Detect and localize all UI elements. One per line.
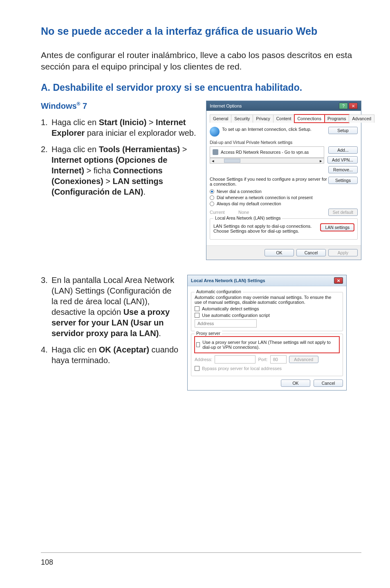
script-address-input[interactable] [195, 319, 257, 328]
proxy-port-label: Port: [258, 357, 267, 362]
auto-detect-label: Automatically detect settings [202, 306, 259, 311]
tab-security[interactable]: Security [231, 114, 253, 123]
checkbox-icon [195, 313, 199, 318]
radio-always-label: Always dial my default connection [217, 201, 281, 206]
tab-advanced[interactable]: Advanced [349, 114, 374, 123]
connections-listbox[interactable]: Access RD Network Resources - Go to vpn.… [210, 146, 324, 158]
auto-config-text: Automatic configuration may override man… [195, 295, 339, 305]
auto-script-checkbox[interactable]: Use automatic configuration script [195, 313, 339, 318]
footer-divider [41, 552, 361, 553]
proxy-server-group: Proxy server Use a proxy server for your… [191, 334, 343, 376]
lan-cancel-button[interactable]: Cancel [314, 379, 343, 387]
advanced-button[interactable]: Advanced [289, 356, 318, 363]
step4-ok: OK (Aceptar) [99, 345, 149, 354]
proxy-port-input[interactable] [270, 355, 287, 364]
scroll-thumb[interactable] [224, 159, 240, 163]
proxy-address-input[interactable] [215, 355, 256, 364]
radio-dial-label: Dial whenever a network connection is no… [217, 195, 313, 200]
close-icon[interactable]: ✕ [349, 103, 358, 109]
apply-button[interactable]: Apply [328, 249, 358, 256]
radio-icon [210, 195, 214, 200]
dialog-footer: OK Cancel Apply [206, 245, 361, 260]
windows-version: 7 [80, 101, 87, 110]
auto-config-group-title: Automatic configuration [195, 289, 243, 294]
lan-dialog-title-text: Local Area Network (LAN) Settings [191, 278, 265, 283]
bypass-label: Bypass proxy server for local addresses [202, 366, 282, 371]
lan-group: Local Area Network (LAN) settings LAN Se… [210, 218, 358, 240]
add-vpn-button[interactable]: Add VPN... [327, 156, 358, 164]
intro-paragraph: Antes de configurar el router inalámbric… [41, 49, 361, 73]
step-4: 4. Haga clic en OK (Aceptar) cuando haya… [41, 344, 180, 366]
proxy-address-label: Address: [195, 357, 212, 362]
tab-connections[interactable]: Connections [294, 114, 325, 123]
set-default-button[interactable]: Set default [328, 209, 358, 216]
add-button[interactable]: Add... [328, 146, 358, 154]
settings-button[interactable]: Settings [328, 177, 358, 184]
radio-icon [210, 202, 214, 206]
checkbox-icon [196, 342, 200, 347]
globe-icon [210, 127, 220, 137]
lan-text: LAN Settings do not apply to dial-up con… [213, 224, 321, 233]
lan-ok-button[interactable]: OK [281, 379, 310, 387]
horizontal-scrollbar[interactable]: ◂▸ [210, 158, 324, 164]
step-4-number: 4. [41, 344, 52, 366]
scroll-right-icon[interactable]: ▸ [318, 158, 324, 164]
tab-programs[interactable]: Programs [324, 114, 350, 123]
lan-settings-button[interactable]: LAN settings [321, 224, 354, 231]
help-icon[interactable]: ? [339, 103, 348, 109]
step3-period: . [159, 329, 161, 338]
setup-button[interactable]: Setup [328, 127, 358, 134]
windows-word: Windows [41, 101, 77, 110]
step-2-number: 2. [41, 144, 52, 197]
section-a-heading: A. Deshabilite el servidor proxy si se e… [41, 82, 361, 93]
step-2: 2. Haga clic en Tools (Herramientas) > I… [41, 144, 199, 197]
step-3: 3. En la pantalla Local Area Network (LA… [41, 275, 180, 339]
current-value: None [238, 210, 328, 215]
step2-text-a: Haga clic en [52, 145, 99, 154]
step-3-number: 3. [41, 275, 52, 339]
radio-dial-whenever[interactable]: Dial whenever a network connection is no… [210, 195, 358, 200]
step2-sep3: > [103, 177, 113, 186]
close-icon[interactable]: ✕ [334, 277, 343, 284]
step2-sep1: > [180, 145, 187, 154]
checkbox-icon [195, 306, 199, 311]
heading-no-access: No se puede acceder a la interfaz gráfic… [41, 25, 361, 38]
radio-never-dial[interactable]: Never dial a connection [210, 189, 358, 194]
step4-text-a: Haga clic en [52, 345, 99, 354]
ok-button[interactable]: OK [264, 249, 294, 256]
tab-general[interactable]: General [210, 114, 231, 123]
use-proxy-label: Use a proxy server for your LAN (These s… [202, 340, 338, 350]
remove-button[interactable]: Remove... [328, 166, 358, 173]
auto-script-label: Use automatic configuration script [202, 313, 270, 318]
lan-group-title: Local Area Network (LAN) settings [213, 215, 282, 220]
scroll-left-icon[interactable]: ◂ [210, 158, 216, 164]
step1-text-a: Haga clic en [52, 118, 99, 127]
use-proxy-checkbox[interactable]: Use a proxy server for your LAN (These s… [196, 340, 338, 350]
dialup-label: Dial-up and Virtual Private Network sett… [210, 140, 358, 145]
setup-text: To set up an Internet connection, click … [222, 127, 328, 132]
dialog-titlebar: Internet Options ? ✕ [206, 101, 361, 111]
tab-content[interactable]: Content [273, 114, 295, 123]
step2-period: . [143, 187, 146, 196]
step-1: 1. Haga clic en Start (Inicio) > Interne… [41, 117, 199, 138]
step2-text-e: > ficha [84, 166, 113, 175]
tab-strip: General Security Privacy Content Connect… [210, 114, 358, 123]
internet-options-dialog: Internet Options ? ✕ General Security Pr… [206, 101, 361, 260]
proxy-group-title: Proxy server [195, 331, 222, 336]
current-label: Current [210, 210, 238, 215]
radio-never-label: Never dial a connection [217, 189, 262, 194]
tab-privacy[interactable]: Privacy [253, 114, 273, 123]
auto-config-group: Automatic configuration Automatic config… [191, 292, 343, 331]
step1-sep1: > [146, 118, 156, 127]
radio-always-dial[interactable]: Always dial my default connection [210, 201, 358, 206]
windows-heading: Windows® 7 [41, 101, 199, 111]
cancel-button[interactable]: Cancel [296, 249, 326, 256]
step1-start: Start (Inicio) [99, 118, 147, 127]
auto-detect-checkbox[interactable]: Automatically detect settings [195, 306, 339, 311]
lan-dialog-titlebar: Local Area Network (LAN) Settings ✕ [188, 275, 346, 286]
bypass-checkbox[interactable]: Bypass proxy server for local addresses [195, 366, 339, 371]
radio-icon [210, 189, 214, 194]
checkbox-icon [195, 366, 199, 371]
lan-settings-dialog: Local Area Network (LAN) Settings ✕ Auto… [187, 275, 347, 391]
step1-text-e: para iniciar el explorador web. [85, 128, 196, 137]
